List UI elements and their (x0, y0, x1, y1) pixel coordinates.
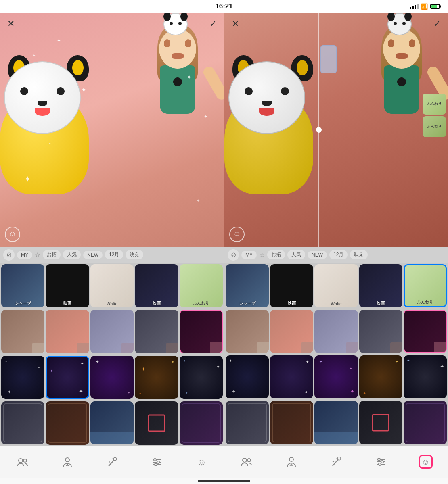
right-nav-wand[interactable]: ✦ ✦ (314, 455, 359, 469)
right-filter-tabs: ⊘ MY ☆ お拓 人気 NEW 12月 映え (224, 247, 448, 263)
right-nav-friends[interactable] (224, 455, 269, 469)
left-filter-sp4[interactable]: ✦ ✦ ✦ (135, 356, 178, 399)
right-tab-none[interactable]: ⊘ (228, 249, 239, 261)
svg-point-13 (243, 458, 247, 462)
right-filter-sp4[interactable]: ✦ ✦ (359, 355, 402, 398)
left-close-button[interactable]: ✕ (7, 19, 15, 29)
thumb-funwari1[interactable]: ふんわり (423, 94, 446, 115)
right-confirm-button[interactable]: ✓ (433, 19, 441, 29)
right-close-button[interactable]: ✕ (232, 19, 239, 29)
left-nav-avatar[interactable] (45, 455, 90, 469)
right-nav-face[interactable]: ☺ (403, 455, 448, 469)
right-filter-sp5[interactable]: ✦ ✦ (404, 355, 447, 398)
right-filter-row3: ✦ ✦ ✦ ✦ ✦ ✦ ✦ ✦ ✦ ✦ ✦ (224, 354, 448, 400)
svg-text:✦: ✦ (336, 457, 339, 460)
chimmy-character-left (0, 33, 109, 194)
right-filter-sharp[interactable]: シャープ (226, 264, 269, 307)
left-filter-p1[interactable] (1, 310, 44, 353)
right-tab-my[interactable]: MY (241, 251, 257, 259)
left-filter-b5[interactable] (180, 401, 223, 444)
right-filter-row4 (224, 400, 448, 445)
right-filter-b3[interactable] (314, 401, 358, 444)
left-nav-adjust[interactable] (134, 455, 179, 469)
friends-icon (16, 455, 29, 469)
right-device-element (320, 45, 337, 73)
wifi-icon: 📶 (421, 3, 428, 10)
adjust-line-right (318, 13, 319, 247)
left-tab-new[interactable]: NEW (83, 251, 103, 259)
right-tab-new[interactable]: NEW (308, 251, 327, 259)
right-filter-b2[interactable] (270, 401, 313, 444)
right-tab-12m[interactable]: 12月 (329, 250, 348, 259)
left-filter-funwari[interactable]: ふんわり (180, 264, 223, 307)
right-filter-eiga1[interactable]: 映画 (270, 264, 313, 307)
left-filter-row3: ✦ ✦ ✦ ✦ ✦ ✦ ✦ ✦ ✦ ✦ ✦ (0, 355, 224, 400)
left-filter-b1[interactable] (1, 401, 44, 444)
left-filter-tabs: ⊘ MY ☆ お拓 人気 NEW 12月 映え (0, 247, 224, 263)
right-filter-eiga2[interactable]: 映画 (359, 264, 402, 307)
right-filter-p4[interactable] (359, 310, 402, 353)
right-filter-funwari[interactable]: ふんわり (404, 264, 447, 307)
left-filter-sharp[interactable]: シャープ (1, 264, 44, 307)
right-filter-white[interactable]: White (314, 264, 358, 307)
right-tab-ninki[interactable]: 人気 (287, 250, 305, 259)
wand-icon: ✦ ✦ (105, 455, 119, 469)
svg-point-0 (19, 459, 23, 463)
left-tab-none[interactable]: ⊘ (3, 249, 15, 261)
svg-point-15 (289, 457, 293, 461)
thumb-funwari2[interactable]: ふんわり (423, 116, 446, 137)
left-filter-sp2[interactable]: ✦ ✦ ✦ (46, 356, 89, 399)
left-filter-sp1[interactable]: ✦ ✦ ✦ (1, 356, 44, 399)
right-tab-star[interactable]: ☆ (259, 251, 265, 259)
left-nav-wand[interactable]: ✦ ✦ (90, 455, 134, 469)
left-tab-my[interactable]: MY (17, 251, 32, 259)
left-confirm-button[interactable]: ✓ (209, 19, 217, 29)
left-illustration: ✦ ✦ ✦ ✦ ✦ ✦ ✦ ✦ (0, 13, 224, 247)
right-filter-b1[interactable] (226, 401, 269, 444)
left-filter-p3[interactable] (90, 310, 134, 353)
girl-character-left (135, 25, 220, 198)
left-filter-b3[interactable] (90, 401, 134, 444)
right-camera-view: ふんわり ふんわり ☺ (224, 13, 448, 247)
dual-panels: ✕ ✓ ✦ ✦ ✦ ✦ ✦ ✦ ✦ ✦ (0, 13, 448, 478)
left-tab-bae[interactable]: 映え (126, 250, 143, 259)
right-filter-sp2[interactable]: ✦ ✦ (270, 355, 313, 398)
right-filter-sp3[interactable]: ✦ ✦ ✦ (314, 355, 358, 398)
left-filter-row2 (0, 309, 224, 354)
right-filter-p1[interactable] (226, 310, 269, 353)
app-container: 16:21 📶 ✕ ✓ (0, 0, 448, 484)
right-filter-row2 (224, 309, 448, 354)
right-filter-p2[interactable] (270, 310, 313, 353)
svg-text:✦: ✦ (112, 457, 115, 461)
left-filter-sp5[interactable]: ✦ ✦ ✦ (180, 356, 223, 399)
right-nav-avatar[interactable] (269, 455, 314, 469)
left-filter-eiga2[interactable]: 映画 (135, 264, 178, 307)
right-filter-b4[interactable] (359, 401, 402, 444)
left-filter-sp3[interactable]: ✦ ✦ (90, 356, 134, 399)
left-filter-white[interactable]: White (90, 264, 134, 307)
left-filter-p2[interactable] (46, 310, 89, 353)
right-tab-otogi[interactable]: お拓 (267, 250, 285, 259)
left-tab-star[interactable]: ☆ (35, 251, 40, 259)
right-filter-p5[interactable] (404, 310, 447, 353)
left-tab-ninki[interactable]: 人気 (63, 250, 81, 259)
left-filter-eiga1[interactable]: 映画 (46, 264, 89, 307)
right-filter-b5[interactable] (404, 401, 447, 444)
right-filter-sp1[interactable]: ✦ ✦ (226, 355, 269, 398)
left-tab-12m[interactable]: 12月 (105, 250, 123, 259)
left-filter-p5[interactable] (180, 310, 223, 353)
right-filter-p3[interactable] (314, 310, 358, 353)
left-camera-view: ✦ ✦ ✦ ✦ ✦ ✦ ✦ ✦ (0, 13, 224, 247)
left-nav-face[interactable]: ☺ (179, 455, 224, 469)
right-filter-row1: シャープ 映画 White 映画 ふんわり (224, 263, 448, 309)
svg-point-2 (65, 458, 69, 462)
status-icons: 📶 (410, 3, 440, 10)
left-nav-friends[interactable] (0, 455, 45, 469)
left-filter-b4[interactable] (135, 401, 178, 444)
right-nav-adjust[interactable] (358, 455, 403, 469)
left-tab-otogi[interactable]: お拓 (43, 250, 61, 259)
left-filter-p4[interactable] (135, 310, 178, 353)
right-tab-bae[interactable]: 映え (350, 250, 368, 259)
left-filter-b2[interactable] (46, 401, 89, 444)
left-filter-row1: シャープ 映画 White 映画 ふんわり (0, 263, 224, 309)
